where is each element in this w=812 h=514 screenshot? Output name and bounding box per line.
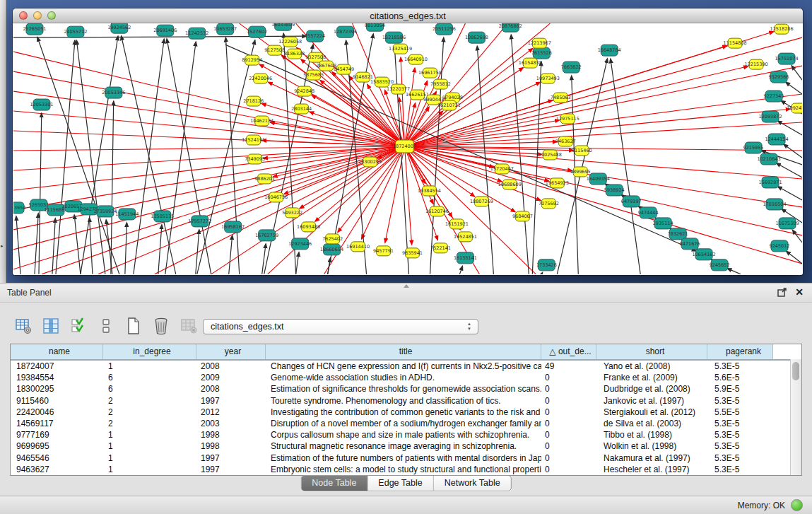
graph-node-label: 9227343 (764, 93, 784, 99)
graph-node-label: 3913954 (13, 205, 25, 211)
table-row[interactable]: 946554611997Estimation of the future num… (11, 452, 801, 464)
graph-node-label: 8454749 (334, 66, 354, 72)
scrollbar-thumb[interactable] (792, 362, 799, 380)
column-header[interactable]: in_degree (103, 344, 196, 359)
select-columns-icon[interactable] (42, 317, 60, 335)
graph-node-label: 12444154 (765, 136, 789, 142)
combo-stepper-icon[interactable]: ▲▼ (467, 322, 471, 332)
table-cell: Genome-wide association studies in ADHD. (266, 372, 541, 383)
table-type-tabs: Node Table Edge Table Network Table (300, 475, 511, 491)
table-cell: 1 (103, 452, 196, 464)
panel-expand-arrow-icon[interactable]: ▸ (1, 243, 4, 249)
graph-edge (39, 113, 42, 274)
table-cell: 0 (541, 418, 596, 429)
network-canvas[interactable]: 1872400725265051240557121992456220691406… (13, 23, 802, 274)
network-window-titlebar[interactable]: citations_edges.txt (13, 8, 803, 23)
graph-edge (165, 42, 196, 274)
table-cell: 0 (541, 383, 596, 395)
graph-edge (13, 146, 405, 250)
table-cell: 9115460 (11, 395, 103, 407)
delete-icon[interactable] (152, 317, 170, 335)
graph-node-label: 16210721 (437, 103, 461, 108)
status-bar: Memory: OK (0, 496, 812, 514)
new-file-icon[interactable] (124, 317, 143, 335)
vertical-scrollbar[interactable] (790, 359, 801, 475)
graph-node-label: 7955812 (430, 81, 451, 87)
table-row[interactable]: 1938455462009Genome-wide association stu… (11, 372, 801, 383)
graph-node-label: 10688609 (498, 182, 522, 187)
memory-status-label: Memory: OK (738, 501, 785, 510)
table-panel-header[interactable]: Table Panel ✕ (0, 283, 812, 303)
column-header[interactable]: short (596, 344, 707, 359)
table-row[interactable]: 977716911998Corpus callosum shape and si… (11, 429, 801, 440)
merge-tables-icon[interactable] (97, 317, 115, 335)
table-selector-combobox[interactable]: citations_edges.txt ▲▼ (203, 319, 478, 334)
splitter-handle-icon[interactable] (404, 284, 409, 288)
graph-node-label: 18724007 (393, 144, 416, 149)
graph-node-label: 10862698 (465, 35, 488, 40)
graph-edge (134, 39, 164, 274)
network-canvas-svg[interactable]: 1872400725265051240557121992456220691406… (13, 23, 802, 274)
zoom-window-icon[interactable] (47, 11, 56, 20)
close-window-icon[interactable] (19, 11, 28, 20)
table-cell: 0 (541, 464, 596, 475)
graph-edge (229, 235, 233, 274)
network-window[interactable]: citations_edges.txt 18724007252650512405… (13, 8, 803, 275)
table-cell: Nakamura et al. (1997) (596, 452, 707, 464)
graph-edge (405, 109, 791, 146)
table-settings-icon[interactable] (14, 317, 33, 335)
table-row[interactable]: 1456911722003Disruption of a novel membe… (11, 418, 801, 429)
table-cell: 0 (541, 372, 596, 383)
table-row[interactable]: 969969511998Structural magnetic resonanc… (11, 440, 801, 452)
graph-node-label: 10025488 (539, 152, 562, 158)
graph-node-label: 10654162 (693, 252, 716, 257)
column-header[interactable]: pagerank (707, 344, 773, 359)
table-cell: 9699695 (11, 440, 103, 452)
column-header[interactable]: name (11, 344, 103, 359)
close-panel-icon[interactable]: ✕ (795, 286, 804, 298)
table-cell: 6 (103, 383, 196, 395)
table-row[interactable]: 1872400712008Changes of HCN gene express… (11, 361, 801, 372)
table-cell: Changes of HCN gene expression and I(f) … (266, 361, 541, 372)
column-header[interactable]: year (196, 344, 266, 359)
table-row[interactable]: 1830029562008Estimation of significance … (11, 383, 801, 395)
table-cell: 1 (103, 440, 196, 452)
graph-node-label: 11451944 (115, 211, 139, 217)
graph-node-label: 9886201 (254, 176, 275, 182)
table-row[interactable]: 911546021997Tourette syndrome. Phenomeno… (11, 395, 801, 407)
graph-node-label: 2803144 (291, 106, 312, 112)
graph-node-label: 16961758 (418, 70, 442, 76)
tab-network-table[interactable]: Network Table (434, 476, 511, 491)
graph-node-label: 10924563 (787, 105, 802, 111)
graph-node-label: 16914410 (346, 244, 370, 250)
graph-node-label: 9474444 (638, 210, 659, 216)
memory-status-icon[interactable] (791, 499, 803, 511)
table-row[interactable]: 2242004622012Investigating the contribut… (11, 407, 801, 418)
tab-edge-table[interactable]: Edge Table (367, 476, 433, 491)
graph-node-label: 7615526 (531, 50, 552, 56)
graph-node-label: 19654923 (546, 180, 569, 186)
graph-edge (792, 230, 802, 243)
graph-edge (786, 82, 802, 94)
minimize-window-icon[interactable] (33, 11, 42, 20)
graph-node-label: 24055712 (64, 29, 87, 35)
float-panel-icon[interactable] (777, 288, 787, 297)
column-header[interactable]: title (266, 344, 541, 359)
table-cell: Structural magnetic resonance image aver… (266, 440, 541, 452)
table-cell: 18300295 (11, 383, 103, 395)
graph-edge (315, 146, 405, 221)
collapsed-side-panel[interactable]: ▸ (0, 0, 6, 283)
graph-node-label: 16782759 (255, 233, 278, 238)
graph-node-label: 10210643 (758, 156, 781, 162)
graph-node-label: 9245012 (770, 243, 790, 249)
table-row[interactable]: 946362711997Embryonic stem cells: a mode… (11, 464, 801, 475)
table-cell: 2 (103, 407, 196, 418)
tab-node-table[interactable]: Node Table (301, 476, 367, 491)
graph-node-label: 9457791 (373, 248, 394, 254)
graph-node-label: 12923446 (288, 241, 312, 247)
select-rows-icon[interactable] (69, 317, 88, 335)
column-header[interactable]: △ out_de... (541, 344, 596, 359)
graph-node-label: 12215390 (745, 62, 768, 67)
table-cell: Disruption of a novel member of a sodium… (266, 418, 541, 429)
table-cell: Investigating the contribution of common… (266, 407, 541, 418)
